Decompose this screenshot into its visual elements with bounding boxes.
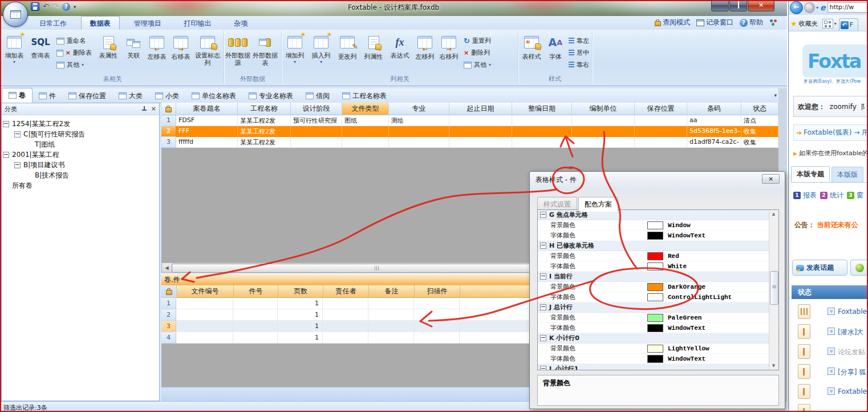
vertical-scrollbar[interactable]: ▲ ▼ xyxy=(769,210,778,370)
tab-section-rules[interactable]: 本版版 xyxy=(832,167,863,182)
column-header[interactable]: 责任者 xyxy=(323,285,369,298)
scroll-up-icon[interactable]: ▲ xyxy=(770,212,777,216)
collapse-icon[interactable] xyxy=(14,131,21,138)
help-button[interactable]: ?帮助 xyxy=(740,18,763,27)
table-cell[interactable]: 5d5368f5-1ee3- xyxy=(687,126,741,137)
table-cell[interactable] xyxy=(176,332,233,344)
tab-daily-work[interactable]: 日常工作 xyxy=(31,17,75,30)
promo-link[interactable]: Foxtable(狐表) → 用 xyxy=(804,128,868,138)
move-column-left-button[interactable]: ← 左移列 xyxy=(413,32,437,60)
table-cell[interactable] xyxy=(635,115,687,126)
collapse-chevron-icon[interactable]: « xyxy=(828,348,835,355)
color-swatch[interactable] xyxy=(647,221,663,229)
favorites-star-icon[interactable]: ★ xyxy=(790,19,797,28)
table-tab-project-names[interactable]: 工程名称表 xyxy=(336,89,393,103)
quick-tabs-icon[interactable] xyxy=(822,19,833,29)
list-item-row[interactable]: 字体颜色White xyxy=(538,261,778,272)
table-cell[interactable]: 测绘 xyxy=(389,115,449,126)
table-cell[interactable] xyxy=(233,309,278,321)
tab-manage-project[interactable]: 管理项目 xyxy=(125,17,170,30)
review-mode-button[interactable]: 查阅模式 xyxy=(655,18,690,27)
table-cell[interactable] xyxy=(368,298,414,309)
table-cell[interactable]: 清点 xyxy=(741,115,778,126)
delete-table-button[interactable]: ×删除表 xyxy=(54,47,95,59)
back-icon[interactable]: ← xyxy=(790,1,803,14)
column-header-highlighted[interactable]: 文件类型 xyxy=(342,103,389,115)
column-header[interactable]: 工程名称 xyxy=(238,103,291,115)
table-tab-save-location[interactable]: 保存位置 xyxy=(62,89,112,103)
table-cell[interactable] xyxy=(414,298,460,309)
tab-data-table[interactable]: 数据表 xyxy=(81,16,120,30)
color-swatch[interactable] xyxy=(647,232,663,240)
color-swatch[interactable] xyxy=(647,293,663,301)
thread-row[interactable]: « Foxtable xyxy=(792,302,868,322)
thread-row[interactable]: « 论坛发贴 xyxy=(792,342,868,362)
table-cell[interactable] xyxy=(368,321,414,332)
table-cell[interactable] xyxy=(342,126,389,137)
table-cell[interactable] xyxy=(449,137,512,148)
column-header[interactable]: 保存位置 xyxy=(635,103,687,115)
nav-dropdown-icon[interactable]: ▾ xyxy=(816,5,818,10)
table-cell[interactable] xyxy=(291,126,342,137)
table-other-button[interactable]: 其他▾ xyxy=(54,59,95,71)
change-column-button[interactable]: ✎ 更改列 xyxy=(334,32,360,60)
thread-row[interactable]: « [分享] 狐 xyxy=(792,362,868,382)
font-button[interactable]: AA 字体 xyxy=(545,32,566,60)
table-cell[interactable] xyxy=(635,137,687,148)
thread-link[interactable]: 论坛发贴 xyxy=(838,348,865,357)
list-group-row[interactable]: K 小计行0 xyxy=(538,333,778,344)
delete-column-button[interactable]: ×删除列 xyxy=(461,47,510,59)
row-number[interactable]: 2 xyxy=(161,309,176,321)
table-cell[interactable] xyxy=(512,115,572,126)
table-cell[interactable] xyxy=(389,137,449,148)
list-item-row[interactable]: 背景颜色Red xyxy=(538,251,778,261)
table-tab-major-names[interactable]: 专业名称表 xyxy=(242,89,299,103)
add-column-button[interactable]: * 增加列 ▾ xyxy=(282,32,308,64)
list-group-row[interactable]: H 已修改单元格 xyxy=(538,241,778,251)
table-cell[interactable] xyxy=(449,126,512,137)
table-cell[interactable] xyxy=(572,115,635,126)
table-cell[interactable] xyxy=(233,332,278,344)
collapse-chevron-icon[interactable]: « xyxy=(828,387,835,395)
thread-row-partial[interactable] xyxy=(792,402,868,412)
table-cell[interactable] xyxy=(389,126,449,137)
table-cell[interactable]: 预可行性研究报 xyxy=(291,115,342,126)
thread-row[interactable]: « Foxtable xyxy=(792,382,868,402)
table-cell[interactable]: 1 xyxy=(278,298,323,309)
tree-item[interactable]: 2001|某某工程 xyxy=(3,150,158,160)
row-number[interactable]: 3 xyxy=(161,137,176,148)
collapse-icon[interactable] xyxy=(540,212,546,218)
list-group-row[interactable]: I 当前行 xyxy=(538,272,778,282)
forward-icon[interactable]: → xyxy=(804,2,815,13)
list-item-row[interactable]: 背景颜色DarkOrange xyxy=(538,282,778,292)
align-center-button[interactable]: 居中 xyxy=(566,47,592,59)
help-icon[interactable]: ? xyxy=(62,3,70,11)
record-window-button[interactable]: 记录窗口 xyxy=(696,18,733,27)
column-header[interactable]: 编制单位 xyxy=(572,103,635,115)
table-cell[interactable] xyxy=(176,321,233,332)
color-swatch[interactable] xyxy=(647,262,663,270)
column-other-button[interactable]: 其他▾ xyxy=(461,59,510,71)
tree-item[interactable]: 1254|某某工程2发 xyxy=(3,119,158,129)
table-cell[interactable] xyxy=(572,137,635,148)
column-header[interactable]: 案卷题名 xyxy=(176,103,238,115)
column-header[interactable]: 件号 xyxy=(234,285,278,298)
browser-tab[interactable]: ↶F xyxy=(839,18,858,31)
office-orb-button[interactable] xyxy=(3,2,28,27)
secondary-post-button[interactable] xyxy=(850,260,868,276)
external-table-button[interactable]: 外部数据表 xyxy=(252,32,279,67)
table-cell[interactable] xyxy=(572,126,635,137)
community-icon[interactable] xyxy=(769,19,778,26)
thread-row[interactable]: « [灌水]大 xyxy=(792,322,868,342)
tab-overflow-dropdown-icon[interactable]: ▾ xyxy=(774,92,777,98)
color-swatch[interactable] xyxy=(647,252,663,260)
close-button[interactable]: × xyxy=(748,0,774,11)
tree-item[interactable]: C|预可行性研究报告 xyxy=(3,129,158,139)
table-tab-minor-category[interactable]: 小类 xyxy=(149,89,185,103)
tree-item[interactable]: T|图纸 xyxy=(3,139,158,150)
table-cell[interactable] xyxy=(233,321,278,332)
list-group-row[interactable]: G 焦点单元格 xyxy=(538,210,778,220)
table-cell[interactable]: FFF xyxy=(176,126,238,137)
thread-link[interactable]: [分享] 狐 xyxy=(838,367,866,377)
table-tab-unit-names[interactable]: 单位名称表 xyxy=(185,89,242,103)
